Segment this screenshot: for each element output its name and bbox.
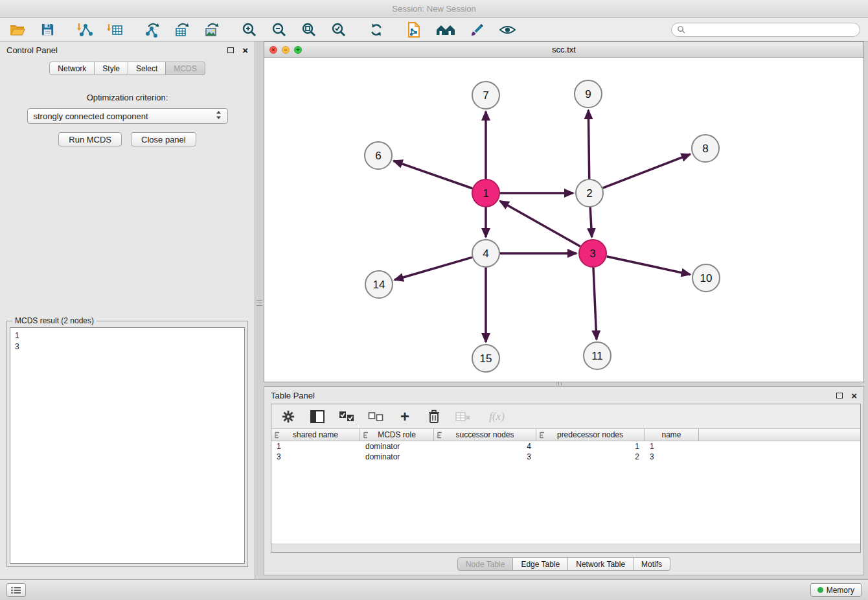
show-graphics-details-button[interactable] [497,20,517,40]
network-window-titlebar[interactable]: × − + scc.txt [264,42,863,58]
zoom-fit-button[interactable] [299,20,319,40]
tab-mcds[interactable]: MCDS [166,62,205,75]
float-table-panel-icon[interactable] [836,393,843,398]
tab-select[interactable]: Select [128,62,166,75]
network-graph-svg: 7968124314101511 [264,58,863,382]
toolbar-group-import [75,20,124,40]
delete-table-button[interactable] [455,408,472,425]
zoom-in-button[interactable] [240,20,259,40]
table-cell[interactable]: 1 [536,441,645,452]
zoom-window-button[interactable]: + [294,46,302,54]
select-all-icon [339,411,354,422]
graph-edge-2-3[interactable] [590,207,591,237]
float-panel-icon[interactable] [227,47,234,53]
tab-edge-table[interactable]: Edge Table [513,557,568,571]
import-table-from-file-button[interactable] [105,20,124,40]
zoom-selected-button[interactable] [329,20,348,40]
column-header-name[interactable]: name [645,429,699,441]
function-builder-button[interactable]: f(x) [484,408,510,425]
table-row[interactable]: 1dominator411 [271,441,860,452]
tab-style[interactable]: Style [95,62,128,75]
table-cell[interactable]: 2 [536,452,645,462]
task-history-button[interactable] [6,583,26,597]
close-window-button[interactable]: × [269,46,277,54]
minimize-window-button[interactable]: − [282,46,290,54]
graph-edge-2-9[interactable] [588,110,589,179]
eye-icon [499,22,516,38]
graph-edge-4-14[interactable] [394,257,472,280]
table-cell[interactable]: 3 [645,452,699,462]
export-table-button[interactable] [172,20,192,40]
tab-network-table[interactable]: Network Table [568,557,634,571]
criterion-select[interactable]: strongly connected component [27,108,228,124]
close-table-panel-icon[interactable]: × [851,391,857,400]
tab-network[interactable]: Network [49,62,95,75]
table-cell[interactable]: 1 [271,441,360,452]
network-canvas[interactable]: 7968124314101511 [264,58,863,382]
import-network-from-database-button[interactable] [404,20,424,40]
run-mcds-button[interactable]: Run MCDS [58,132,122,146]
window-controls: × − + [269,46,302,54]
tab-motifs[interactable]: Motifs [634,557,670,571]
graph-node-label: 11 [591,350,603,362]
column-header-mcds-role[interactable]: MCDS role [360,429,434,441]
table-row[interactable]: 3dominator323 [271,452,860,462]
table-settings-button[interactable] [280,408,297,425]
export-network-button[interactable] [143,20,162,40]
column-label: shared name [293,430,338,439]
memory-status-icon [817,587,823,593]
import-network-from-file-button[interactable] [75,20,95,40]
table-cell[interactable]: 3 [271,452,360,462]
graph-edge-3-11[interactable] [593,268,597,340]
table-body: 1dominator4113dominator323 [271,441,860,462]
table-cell[interactable]: dominator [360,452,434,462]
column-header-shared-name[interactable]: shared name [271,429,360,441]
close-panel-button[interactable]: Close panel [131,132,196,146]
table-panel-title: Table Panel [271,391,315,400]
show-columns-button[interactable] [309,408,326,425]
open-session-button[interactable] [8,20,27,40]
graph-node-label: 7 [483,89,488,102]
columns-icon [310,410,325,423]
graph-edge-3-10[interactable] [606,257,690,275]
refresh-view-button[interactable] [367,20,386,40]
graph-edge-1-6[interactable] [394,161,473,188]
vertical-splitter-handle[interactable] [257,298,262,308]
graph-node-label: 2 [586,187,592,200]
column-header-successor-nodes[interactable]: successor nodes [434,429,536,441]
delete-table-icon [455,411,471,422]
mcds-result-line: 3 [15,341,240,352]
graph-node-label: 3 [589,248,595,260]
save-floppy-icon [40,22,55,37]
deselect-all-button[interactable] [367,408,384,425]
home-button[interactable] [434,20,457,40]
zoom-out-button[interactable] [269,20,289,40]
search-box[interactable] [671,23,860,37]
apply-style-button[interactable] [468,20,487,40]
table-container: + f( [271,404,861,553]
table-cell[interactable]: 3 [434,452,536,462]
memory-button[interactable]: Memory [810,583,862,597]
save-session-button[interactable] [38,20,57,40]
table-hscroll-area[interactable] [271,544,860,552]
graph-edge-3-1[interactable] [500,201,580,246]
select-all-button[interactable] [338,408,355,425]
export-image-button[interactable] [202,20,222,40]
create-column-button[interactable]: + [396,408,413,425]
open-folder-icon [9,22,26,38]
search-input[interactable] [689,25,854,34]
tab-node-table[interactable]: Node Table [457,557,514,571]
delete-column-button[interactable] [426,408,442,425]
table-cell[interactable]: 4 [434,441,536,452]
graph-edge-2-8[interactable] [603,154,691,188]
close-panel-icon[interactable]: × [242,45,248,55]
network-window-title: scc.txt [552,45,576,54]
table-cell[interactable]: 1 [645,441,699,452]
table-tabs: Node Table Edge Table Network Table Moti… [264,557,863,571]
table-cell[interactable]: dominator [360,441,434,452]
toolbar-group-session [8,20,57,40]
column-header-predecessor-nodes[interactable]: predecessor nodes [536,429,645,441]
table-header-row: shared name MCDS role successor nodes pr… [271,429,860,441]
deselect-all-icon [368,411,383,422]
refresh-icon [369,22,384,38]
